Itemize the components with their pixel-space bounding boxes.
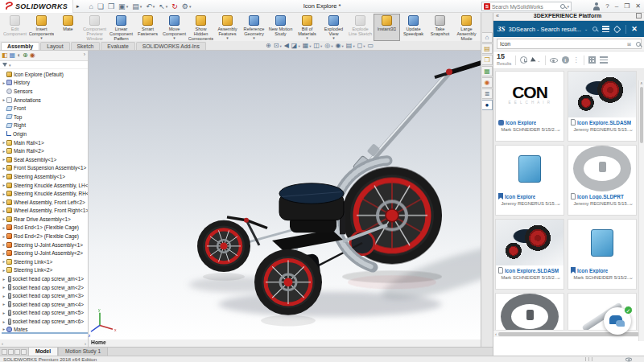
feature-tree-item[interactable]: Main Rail<2> xyxy=(2,146,88,155)
open-button[interactable]: ❒▾ xyxy=(106,1,116,12)
search-result-tile[interactable]: CON E E L C H A I R Icon Explore Mark SC… xyxy=(495,71,564,142)
propertymanager-tab[interactable]: ▦ xyxy=(10,51,16,60)
comments-button[interactable]: ▭▾ xyxy=(368,41,374,51)
feature-tree-item[interactable]: Icon Explore (Default) xyxy=(2,70,88,79)
ribbon-button[interactable]: Component Preview Window ▾ xyxy=(81,14,108,41)
feature-tree-item[interactable]: Rear Drive Assembly<1> xyxy=(2,215,88,224)
tabs-overflow-icon[interactable]: › xyxy=(84,51,85,57)
options-button[interactable]: ⚙▾ xyxy=(180,1,193,12)
ribbon-tab[interactable]: Layout xyxy=(40,42,69,50)
help-button[interactable]: ? xyxy=(605,0,609,13)
hide-show-items-button[interactable]: ◎▾ xyxy=(324,41,332,51)
ribbon-button[interactable]: Reference Geometry ▾ xyxy=(241,14,267,41)
feature-tree-item[interactable]: socket head cap screw_am<6> xyxy=(2,317,88,326)
dropdown-caret-icon[interactable]: ▾ xyxy=(40,35,43,40)
view-orientation-button[interactable]: ▦▾ xyxy=(303,41,312,51)
ribbon-button[interactable]: Move Component ▾ xyxy=(161,14,188,41)
more-options-icon[interactable]: ⋮ xyxy=(573,56,580,64)
scroll-left-icon[interactable]: ‹ xyxy=(495,331,497,336)
graphics-viewport[interactable]: y x z xyxy=(89,51,481,339)
restore-button[interactable]: ❒ xyxy=(624,0,630,13)
ribbon-button[interactable]: Mate ▾ xyxy=(55,14,81,41)
previous-view-button[interactable]: ◀▾ xyxy=(284,41,289,51)
ribbon-button[interactable]: Explode Line Sketch ▾ xyxy=(347,14,374,41)
list-view-icon[interactable] xyxy=(600,56,608,64)
dropdown-caret-icon[interactable]: ▾ xyxy=(173,35,175,40)
appearances-tab[interactable]: ◉ xyxy=(482,77,493,88)
history-icon[interactable] xyxy=(520,56,527,64)
expand-arrow-icon[interactable] xyxy=(2,294,6,298)
feature-tree-item[interactable]: socket head cap screw_am<1> xyxy=(2,274,88,283)
search-result-tile[interactable]: Icon Explore.SLDASM Jeremy REGNERUS 5/15… xyxy=(568,71,637,142)
result-title-link[interactable]: Icon Logo.SLDPRT xyxy=(577,194,624,200)
feature-tree-item[interactable]: Annotations xyxy=(2,96,88,105)
feature-tree-item[interactable]: Rod End<1> (Flexible Cage) xyxy=(2,224,88,232)
close-panel-icon[interactable]: ✕ xyxy=(631,25,638,33)
dropdown-caret-icon[interactable]: ▾ xyxy=(226,35,229,40)
edit-appearance-button[interactable]: ◉▾ xyxy=(336,41,344,51)
search-result-tile[interactable]: Icon Explore Jeremy REGNERUS 5/15... xyxy=(495,145,564,216)
custom-properties-tab[interactable]: ≣ xyxy=(482,88,493,99)
feature-tree-item[interactable]: Front xyxy=(2,104,88,113)
print-button[interactable]: ▤▾ xyxy=(130,1,143,12)
search-result-tile[interactable]: Icon Explore.SLDASM Mark SCHNEIDER 5/15/… xyxy=(495,219,564,290)
feature-tree-item[interactable]: Wheel Assembly, Front Right<1> xyxy=(2,207,88,216)
feature-tree-item[interactable]: socket head cap screw_am<2> xyxy=(2,283,88,292)
result-title-link[interactable]: Icon Explore.SLDASM xyxy=(577,120,631,125)
selection-mode-button[interactable]: ⌄ xyxy=(531,58,540,63)
ribbon-button[interactable]: Assembly Features ▾ xyxy=(214,14,241,41)
3dsearch-input[interactable] xyxy=(497,39,642,49)
configurationmanager-tab[interactable]: ◐ xyxy=(17,51,21,60)
user-account-button[interactable] xyxy=(592,2,600,10)
dropdown-caret-icon[interactable]: ▾ xyxy=(120,35,122,40)
dropdown-caret-icon[interactable]: ▾ xyxy=(253,35,255,40)
dropdown-caret-icon[interactable]: ▾ xyxy=(306,35,308,40)
feature-tree-item[interactable]: Wheel Assembly, Front Left<2> xyxy=(2,198,88,207)
tree-filter-row[interactable]: ▾ xyxy=(0,61,88,69)
rebuild-button[interactable]: ↻▾ xyxy=(170,1,180,12)
menu-icon[interactable] xyxy=(602,26,609,32)
feature-tree-item[interactable]: Origin xyxy=(2,130,88,138)
feature-tree-item[interactable]: Top xyxy=(2,113,88,121)
scroll-left-icon[interactable]: ‹ xyxy=(2,341,3,346)
zoom-to-fit-button[interactable]: ⊕▾ xyxy=(266,41,271,51)
featuremanager-tab[interactable]: ◧ xyxy=(2,51,8,60)
ribbon-tab[interactable]: Evaluate xyxy=(101,42,134,50)
ribbon-button[interactable]: New Motion Study ▾ xyxy=(267,14,294,41)
clear-search-icon[interactable]: ⊠ xyxy=(627,41,631,47)
feature-tree-item[interactable]: Steering Link<1> xyxy=(2,257,88,266)
ribbon-tab[interactable]: SOLIDWORKS Add-Ins xyxy=(136,42,206,50)
mysolidworks-search[interactable]: S ▾ xyxy=(481,2,572,11)
ribbon-tab[interactable]: Assembly xyxy=(1,42,39,50)
search-result-tile[interactable]: Icon Logo.SLDPRT Mark SCHNEIDER 5/15/2..… xyxy=(495,293,564,330)
tree-horizontal-scrollbar[interactable]: ‹› xyxy=(0,339,89,347)
feature-tree-item[interactable]: Mates xyxy=(2,326,88,335)
result-title-link[interactable]: Icon Explore xyxy=(506,120,536,125)
pin-panel-icon[interactable] xyxy=(636,13,642,19)
info-icon[interactable] xyxy=(562,56,569,64)
search-icon[interactable] xyxy=(560,4,565,9)
expand-arrow-icon[interactable] xyxy=(2,285,6,290)
section-view-button[interactable]: ◪▾ xyxy=(291,41,300,51)
expand-arrow-icon[interactable] xyxy=(2,302,6,306)
search-submit-icon[interactable] xyxy=(636,42,641,47)
zoom-to-area-button[interactable]: ⊡▾ xyxy=(274,41,282,51)
tag-icon[interactable] xyxy=(613,25,621,33)
view-palette-tab[interactable]: ▦ xyxy=(482,66,493,76)
new-document-button[interactable]: ❏▾ xyxy=(96,1,105,12)
menu-expand-arrow[interactable]: ▸ xyxy=(76,3,80,10)
minimize-button[interactable]: – xyxy=(615,0,618,13)
feature-tree-item[interactable]: socket head cap screw_am<4> xyxy=(2,300,88,309)
solidworks-resources-tab[interactable]: ⌂ xyxy=(482,32,493,43)
feature-tree-item[interactable]: Seat Assembly<1> xyxy=(2,155,88,164)
search-icon[interactable] xyxy=(592,27,597,31)
panel-chevron-icon[interactable]: ⌄ xyxy=(584,27,588,31)
feature-tree-item[interactable]: Sensors xyxy=(2,87,88,96)
close-button[interactable]: ✕ xyxy=(635,0,641,13)
select-button[interactable]: ↖▾ xyxy=(157,1,169,12)
feature-tree-item[interactable]: socket head cap screw_am<5> xyxy=(2,309,88,318)
design-library-tab[interactable]: ▤ xyxy=(482,43,493,54)
ribbon-tab[interactable]: Sketch xyxy=(71,42,101,50)
result-title-link[interactable]: Icon Explore.SLDASM xyxy=(505,268,559,274)
scroll-right-icon[interactable]: › xyxy=(85,341,86,346)
